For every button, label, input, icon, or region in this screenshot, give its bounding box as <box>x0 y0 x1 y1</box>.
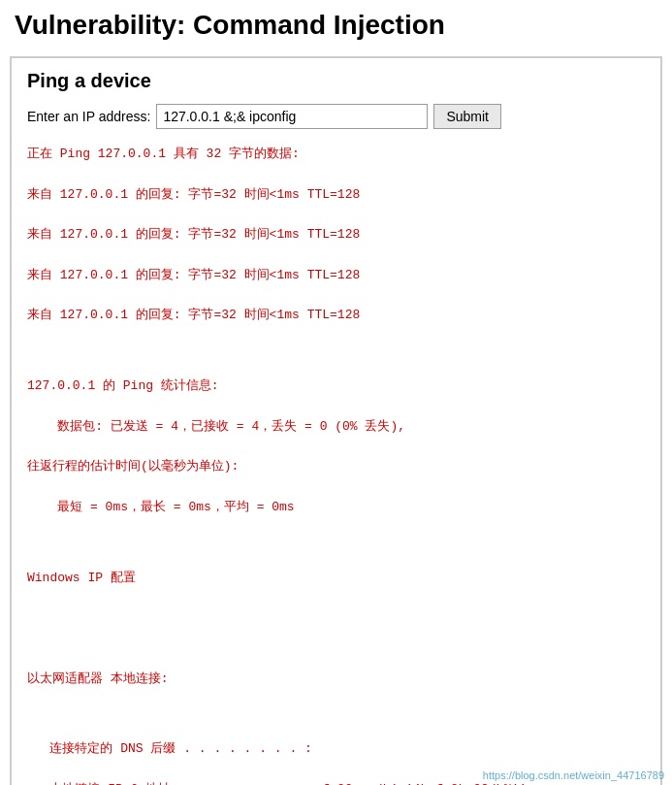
ip-input[interactable] <box>156 104 428 129</box>
output-area: 正在 Ping 127.0.0.1 具有 32 字节的数据: 来自 127.0.… <box>27 145 645 785</box>
submit-button[interactable]: Submit <box>433 104 501 129</box>
page-title: Vulnerability: Command Injection <box>15 10 657 41</box>
output-line: 来自 127.0.0.1 的回复: 字节=32 时间<1ms TTL=128 <box>27 266 645 286</box>
output-line <box>27 608 645 618</box>
main-content: Ping a device Enter an IP address: Submi… <box>10 56 662 785</box>
ip-label: Enter an IP address: <box>27 109 150 124</box>
output-line: 来自 127.0.0.1 的回复: 字节=32 时间<1ms TTL=128 <box>27 306 645 326</box>
watermark: https://blog.csdn.net/weixin_44716789 <box>483 769 664 781</box>
output-line: 正在 Ping 127.0.0.1 具有 32 字节的数据: <box>27 145 645 165</box>
output-line: 以太网适配器 本地连接: <box>27 670 645 690</box>
output-line <box>27 709 645 719</box>
page-title-bar: Vulnerability: Command Injection <box>0 0 672 49</box>
form-row: Enter an IP address: Submit <box>27 104 645 129</box>
output-line: 来自 127.0.0.1 的回复: 字节=32 时间<1ms TTL=128 <box>27 225 645 245</box>
output-line: 连接特定的 DNS 后缀 . . . . . . . . : <box>27 739 645 760</box>
section-title: Ping a device <box>27 70 645 92</box>
output-line <box>27 539 645 548</box>
output-line <box>27 639 645 649</box>
output-line: 来自 127.0.0.1 的回复: 字节=32 时间<1ms TTL=128 <box>27 185 645 206</box>
output-line: 数据包: 已发送 = 4，已接收 = 4，丢失 = 0 (0% 丢失), <box>27 417 645 438</box>
output-line <box>27 346 645 356</box>
output-line: Windows IP 配置 <box>27 569 645 589</box>
output-line: 往返行程的估计时间(以毫秒为单位): <box>27 457 645 477</box>
output-line: 127.0.0.1 的 Ping 统计信息: <box>27 376 645 397</box>
output-line: 最短 = 0ms，最长 = 0ms，平均 = 0ms <box>27 498 645 518</box>
